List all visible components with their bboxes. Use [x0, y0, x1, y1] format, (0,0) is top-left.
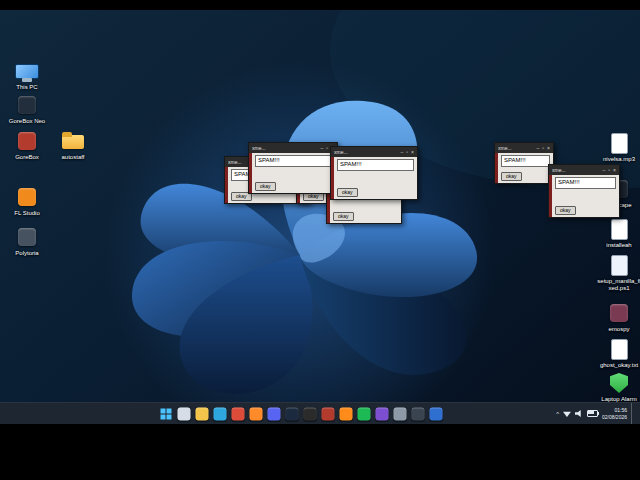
close-icon[interactable]: ×: [411, 147, 414, 157]
maximize-icon[interactable]: ▫: [326, 143, 328, 153]
window-title: xme...: [498, 145, 534, 151]
spam-message-text: SPAM!!!: [555, 177, 616, 189]
file-icon: [607, 254, 631, 276]
desktop-icon-label: GoreBox: [15, 154, 39, 161]
window-title: xme...: [252, 145, 318, 151]
shield-icon: [607, 372, 631, 394]
okay-button[interactable]: okay: [337, 188, 358, 197]
file-explorer-icon[interactable]: [195, 407, 208, 420]
app-icon: [15, 130, 39, 152]
window-titlebar[interactable]: xme... – ▫ ×: [331, 147, 417, 157]
xmessage-window[interactable]: xme... – ▫ × SPAM!!! okay: [248, 142, 338, 194]
spam-message-text: SPAM!!!: [337, 159, 414, 171]
spam-message-text: SPAM!!!: [255, 155, 334, 167]
close-icon[interactable]: ×: [613, 165, 616, 175]
okay-button[interactable]: okay: [501, 172, 522, 181]
firefox-browser-icon[interactable]: [249, 407, 262, 420]
windows-bloom-wallpaper: [0, 10, 640, 424]
maximize-icon[interactable]: ▫: [608, 165, 610, 175]
minimize-icon[interactable]: –: [321, 143, 324, 153]
desktop-icon[interactable]: Laptop Alarm: [596, 372, 640, 403]
desktop-icon-label: installeah: [606, 242, 631, 249]
desktop-icon[interactable]: nivelsa.mp3: [596, 132, 640, 163]
desktop-icon[interactable]: autostaff: [50, 130, 96, 161]
desktop-icon[interactable]: emospy: [596, 302, 640, 333]
desktop-icon[interactable]: Polytoria: [4, 226, 50, 257]
okay-button[interactable]: okay: [555, 206, 576, 215]
maximize-icon[interactable]: ▫: [542, 143, 544, 153]
xmessage-scrollbar: [549, 175, 552, 217]
start-button[interactable]: [159, 407, 172, 420]
clock-date: 02/08/2026: [602, 414, 627, 420]
desktop-icon[interactable]: setup_manilla_fixed.ps1: [596, 254, 640, 292]
xmessage-window[interactable]: xme... – ▫ × SPAM!!! okay: [494, 142, 554, 184]
hidden-icons-chevron[interactable]: ^: [556, 411, 559, 417]
minimize-icon[interactable]: –: [401, 147, 404, 157]
window-body: SPAM!!! okay: [249, 153, 337, 193]
gorebox-icon[interactable]: [321, 407, 334, 420]
window-title: xme...: [552, 167, 600, 173]
file-icon: [607, 338, 631, 360]
edge-browser-icon[interactable]: [213, 407, 226, 420]
app-icon: [15, 186, 39, 208]
chrome-browser-icon[interactable]: [231, 407, 244, 420]
desktop-icon-label: ghost_okay.txt: [600, 362, 638, 369]
monitor-icon: [15, 60, 39, 82]
close-icon[interactable]: ×: [547, 143, 550, 153]
app-gray-icon[interactable]: [393, 407, 406, 420]
network-icon[interactable]: [563, 410, 571, 417]
okay-button[interactable]: okay: [333, 212, 354, 221]
letterbox-top: [0, 0, 640, 10]
desktop-icon-label: autostaff: [62, 154, 85, 161]
desktop-icon[interactable]: This PC: [4, 60, 50, 91]
desktop-icon-label: Polytoria: [15, 250, 38, 257]
desktop-icon[interactable]: GoreBox Neo: [4, 94, 50, 125]
app-blue-icon[interactable]: [429, 407, 442, 420]
system-tray: ^ 01:56 02/08/2026: [556, 403, 635, 424]
app-icon: [15, 94, 39, 116]
okay-button[interactable]: okay: [255, 182, 276, 191]
battery-icon[interactable]: [587, 410, 598, 417]
desktop-icon[interactable]: FL Studio: [4, 186, 50, 217]
video-frame: This PC GoreBox Neo GoreBox autostaff: [0, 0, 640, 480]
desktop-icon-label: GoreBox Neo: [9, 118, 45, 125]
steam-icon[interactable]: [285, 407, 298, 420]
app-purple-icon[interactable]: [375, 407, 388, 420]
app-icon: [607, 302, 631, 324]
xmessage-window[interactable]: xme... – ▫ × SPAM!!! okay: [548, 164, 620, 218]
taskbar-icon-row: [159, 407, 442, 420]
desktop-icon[interactable]: ghost_okay.txt: [596, 338, 640, 369]
xmessage-scrollbar: [249, 153, 252, 193]
search-icon[interactable]: [177, 407, 190, 420]
volume-icon[interactable]: [575, 410, 583, 418]
letterbox-bottom: [0, 424, 640, 480]
taskbar: ^ 01:56 02/08/2026: [0, 402, 640, 424]
spam-message-text: SPAM!!!: [501, 155, 550, 167]
desktop-icon-label: setup_manilla_fixed.ps1: [596, 278, 640, 292]
window-titlebar[interactable]: xme... – ▫ ×: [549, 165, 619, 175]
maximize-icon[interactable]: ▫: [406, 147, 408, 157]
minimize-icon[interactable]: –: [537, 143, 540, 153]
window-body: SPAM!!! okay: [331, 157, 417, 199]
xmessage-scrollbar: [225, 167, 228, 203]
window-body: SPAM!!! okay: [549, 175, 619, 217]
app-dark-icon[interactable]: [411, 407, 424, 420]
taskbar-clock[interactable]: 01:56 02/08/2026: [602, 407, 627, 420]
window-title: xme...: [334, 149, 398, 155]
folder-icon: [61, 130, 85, 152]
discord-icon[interactable]: [267, 407, 280, 420]
fl-studio-icon[interactable]: [339, 407, 352, 420]
obs-icon[interactable]: [303, 407, 316, 420]
xmessage-window[interactable]: xme... – ▫ × SPAM!!! okay: [330, 146, 418, 200]
show-desktop-button[interactable]: [631, 403, 635, 424]
minimize-icon[interactable]: –: [603, 165, 606, 175]
desktop-icon[interactable]: GoreBox: [4, 130, 50, 161]
spotify-icon[interactable]: [357, 407, 370, 420]
desktop-icon-label: nivelsa.mp3: [603, 156, 635, 163]
file-icon: [607, 132, 631, 154]
xmessage-scrollbar: [495, 153, 498, 183]
window-titlebar[interactable]: xme... – ▫ ×: [249, 143, 337, 153]
desktop-icon-label: emospy: [608, 326, 629, 333]
desktop-icon[interactable]: installeah: [596, 218, 640, 249]
window-titlebar[interactable]: xme... – ▫ ×: [495, 143, 553, 153]
